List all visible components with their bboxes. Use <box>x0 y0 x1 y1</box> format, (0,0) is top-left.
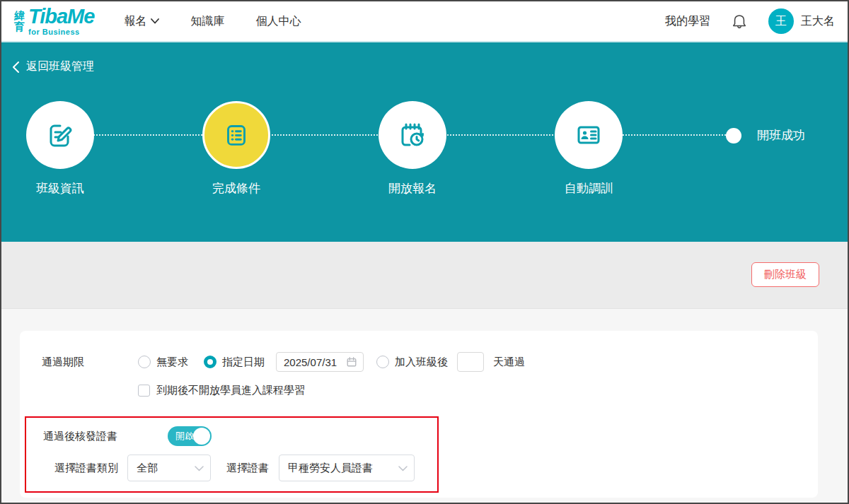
certificate-label: 選擇證書 <box>226 462 269 475</box>
main-nav: 報名 知識庫 個人中心 <box>124 14 301 29</box>
expire-row: 到期後不開放學員進入課程學習 <box>138 384 818 397</box>
radio-specified-date[interactable]: 指定日期 <box>204 356 265 369</box>
delete-class-button[interactable]: 刪除班級 <box>751 262 819 287</box>
avatar-initial: 王 <box>775 14 787 29</box>
step-class-info: 班級資訊 <box>26 101 94 197</box>
certificate-section-label: 通過後核發證書 <box>43 430 168 443</box>
step-success-dot <box>726 128 741 143</box>
document-edit-icon <box>43 118 77 152</box>
chevron-down-icon <box>195 466 204 471</box>
step-success: 開班成功 <box>726 127 805 143</box>
radio-label: 無要求 <box>156 356 188 369</box>
step-label: 開放報名 <box>379 180 446 197</box>
completion-settings-card: 通過期限 無要求 指定日期 2025/07/31 <box>20 331 818 498</box>
checkbox-label: 到期後不開放學員進入課程學習 <box>156 384 305 397</box>
certificate-toggle-row: 通過後核發證書 開啟 <box>43 426 437 446</box>
logo-text: TibaMe for Business <box>28 6 94 36</box>
step-label: 完成條件 <box>202 180 270 197</box>
nav-item-personal[interactable]: 個人中心 <box>255 14 301 29</box>
toggle-knob <box>193 428 210 445</box>
step-label: 開班成功 <box>757 127 805 143</box>
certificate-toggle[interactable]: 開啟 <box>168 426 212 446</box>
radio-no-requirement[interactable]: 無要求 <box>138 356 188 369</box>
radio-label: 加入班級後 <box>395 356 448 369</box>
step-completion: 完成條件 <box>202 101 270 197</box>
certificate-category-label: 選擇證書類別 <box>54 462 118 475</box>
step-open-registration-circle[interactable] <box>379 101 446 169</box>
select-value: 全部 <box>137 462 158 475</box>
logo-zh-top: 緯 <box>14 10 25 21</box>
chevron-down-icon <box>398 466 408 471</box>
logo-cjk: 緯 育 <box>14 10 25 33</box>
logo-brand: TibaMe <box>28 6 94 27</box>
nav-item-signup[interactable]: 報名 <box>124 14 159 29</box>
wizard-stepper: 班級資訊 完成條件 <box>1 42 848 242</box>
deadline-label: 通過期限 <box>42 356 138 369</box>
logo-zh-bottom: 育 <box>14 21 25 33</box>
logo-subtitle: for Business <box>28 28 94 36</box>
tibame-logo[interactable]: 緯 育 TibaMe for Business <box>14 6 94 36</box>
step-auto-training: 自動調訓 <box>555 101 623 197</box>
step-class-info-circle[interactable] <box>26 101 94 169</box>
step-label: 自動調訓 <box>555 180 623 197</box>
date-input[interactable]: 2025/07/31 <box>276 352 364 372</box>
page: 緯 育 TibaMe for Business 報名 知識庫 個人中心 <box>0 0 849 504</box>
nav-item-label: 報名 <box>124 14 146 29</box>
expire-checkbox-option[interactable]: 到期後不開放學員進入課程學習 <box>138 384 305 397</box>
days-suffix-label: 天通過 <box>493 356 525 369</box>
id-card-icon <box>572 118 606 152</box>
calendar-icon <box>346 356 357 368</box>
date-value: 2025/07/31 <box>284 356 337 368</box>
step-label: 班級資訊 <box>26 180 94 197</box>
days-count-input[interactable] <box>457 352 484 372</box>
step-open-registration: 開放報名 <box>379 101 446 197</box>
certificate-select[interactable]: 甲種勞安人員證書 <box>279 455 415 481</box>
radio-circle-checked[interactable] <box>204 356 216 368</box>
nav-item-label: 知識庫 <box>190 14 224 29</box>
expire-checkbox[interactable] <box>138 385 150 397</box>
radio-after-joining[interactable]: 加入班級後 <box>376 356 448 369</box>
select-value: 甲種勞安人員證書 <box>288 462 373 475</box>
step-completion-circle[interactable] <box>202 101 270 169</box>
top-header: 緯 育 TibaMe for Business 報名 知識庫 個人中心 <box>1 1 848 42</box>
toggle-on-label: 開啟 <box>175 426 194 446</box>
deadline-row: 通過期限 無要求 指定日期 2025/07/31 <box>42 352 818 372</box>
certificate-select-row: 選擇證書類別 全部 選擇證書 甲種勞安人員證書 <box>43 455 437 481</box>
avatar: 王 <box>768 8 794 34</box>
user-name: 王大名 <box>801 14 835 29</box>
radio-circle[interactable] <box>138 356 151 368</box>
step-auto-training-circle[interactable] <box>555 101 623 169</box>
my-learning-link[interactable]: 我的學習 <box>665 14 710 29</box>
header-right: 我的學習 王 王大名 <box>665 8 835 34</box>
wizard-banner: 返回班級管理 班級資訊 <box>1 42 848 242</box>
calendar-clock-icon <box>395 118 429 152</box>
checklist-icon <box>220 119 253 151</box>
notification-bell-icon[interactable] <box>732 13 747 30</box>
content-area: 通過期限 無要求 指定日期 2025/07/31 <box>1 309 848 498</box>
radio-label: 指定日期 <box>222 356 265 369</box>
user-menu[interactable]: 王 王大名 <box>768 8 835 34</box>
nav-item-knowledge[interactable]: 知識庫 <box>190 14 224 29</box>
nav-item-label: 個人中心 <box>255 14 301 29</box>
radio-circle[interactable] <box>376 356 389 368</box>
toolbar-band: 刪除班級 <box>1 242 848 309</box>
chevron-down-icon <box>151 18 159 24</box>
certificate-category-select[interactable]: 全部 <box>127 455 211 481</box>
red-highlight-box: 通過後核發證書 開啟 選擇證書類別 全部 選擇證書 <box>25 416 439 493</box>
